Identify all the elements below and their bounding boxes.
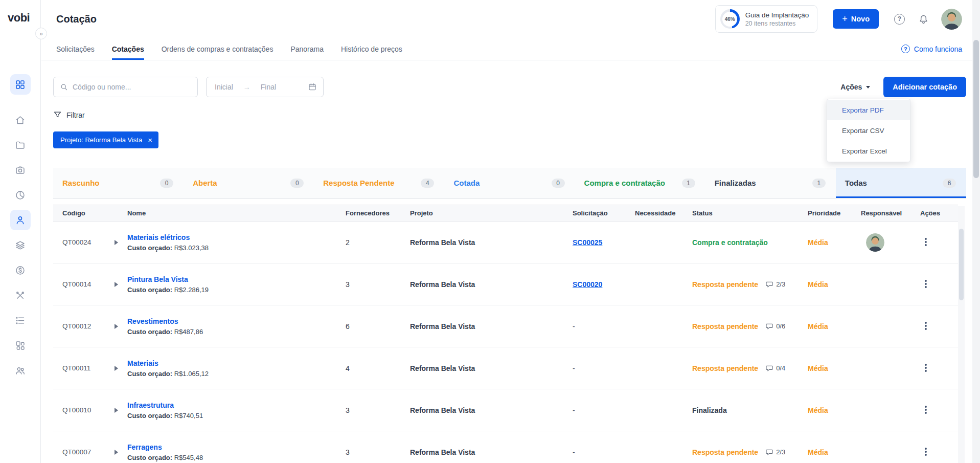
row-fornecedores: 2 <box>334 238 406 247</box>
col-projeto: Projeto <box>406 209 567 217</box>
sidebar-item-projects[interactable] <box>10 135 31 155</box>
status-tab-resposta-pendente[interactable]: Resposta Pendente 4 <box>314 168 444 198</box>
responsible-avatar[interactable] <box>866 233 884 252</box>
quotation-name-link[interactable]: Pintura Bela Vista <box>127 275 334 283</box>
brand-logo: vobi <box>0 0 40 25</box>
expand-row-icon[interactable] <box>115 282 118 287</box>
expand-row-icon[interactable] <box>115 408 118 413</box>
sidebar-item-team[interactable] <box>10 360 31 381</box>
table-scrollbar-thumb[interactable] <box>959 229 964 300</box>
funnel-icon <box>53 111 62 119</box>
search-input[interactable] <box>73 83 191 91</box>
expand-row-icon[interactable] <box>115 240 118 245</box>
row-fornecedores: 3 <box>334 280 406 289</box>
status-tab-label: Compra e contratação <box>584 179 665 187</box>
row-actions-menu-icon[interactable] <box>920 278 931 290</box>
status-badge: Resposta pendente <box>692 280 758 289</box>
table-scrollbar[interactable] <box>958 206 965 463</box>
guide-texts: Guia de Implantação 20 itens restantes <box>745 11 809 27</box>
row-projeto: Reforma Bela Vista <box>406 364 567 372</box>
status-tab-finalizadas[interactable]: Finalizadas 1 <box>705 168 836 198</box>
row-actions-menu-icon[interactable] <box>920 446 931 458</box>
quotation-name-link[interactable]: Ferragens <box>127 443 334 451</box>
quotation-name-link[interactable]: Materiais <box>127 359 334 367</box>
tab-historico[interactable]: Histórico de preços <box>341 38 402 60</box>
remove-chip-icon[interactable]: × <box>148 136 152 144</box>
sidebar-item-stock[interactable] <box>10 235 31 255</box>
bell-icon[interactable] <box>918 14 929 25</box>
how-it-works-link[interactable]: ? Como funciona <box>901 38 962 60</box>
status-badge: Compra e contratação <box>692 238 768 247</box>
quotation-name-link[interactable]: Revestimentos <box>127 317 334 325</box>
window-scrollbar-thumb[interactable] <box>973 40 979 178</box>
chat-counter[interactable]: 0/6 <box>765 322 785 330</box>
priority-badge: Média <box>802 406 846 414</box>
chat-counter[interactable]: 0/4 <box>765 364 785 372</box>
table-row[interactable]: QT00010 Infraestrutura Custo orçado: R$7… <box>53 389 958 431</box>
row-actions-menu-icon[interactable] <box>920 320 931 332</box>
expand-row-icon[interactable] <box>115 366 118 371</box>
filter-button[interactable]: Filtrar <box>53 111 85 119</box>
expand-row-icon[interactable] <box>115 324 118 329</box>
sidebar-item-home[interactable] <box>10 109 31 130</box>
tab-ordens[interactable]: Ordens de compras e contratações <box>162 38 274 60</box>
new-button[interactable]: + Novo <box>833 9 879 29</box>
chat-bubble-icon <box>765 322 773 330</box>
status-tab-label: Cotada <box>453 179 480 187</box>
add-quotation-button[interactable]: Adicionar cotação <box>883 77 966 97</box>
solicitation-link[interactable]: SC00025 <box>573 238 602 247</box>
row-projeto: Reforma Bela Vista <box>406 406 567 414</box>
menu-item-export-pdf[interactable]: Exportar PDF <box>827 100 910 120</box>
tab-solicitacoes[interactable]: Solicitações <box>56 38 95 60</box>
table-row[interactable]: QT00012 Revestimentos Custo orçado: R$48… <box>53 305 958 347</box>
status-tab-aberta[interactable]: Aberta 0 <box>184 168 314 198</box>
table-row[interactable]: QT00007 Ferragens Custo orçado: R$545,48… <box>53 431 958 463</box>
col-necessidade: Necessidade <box>628 209 687 217</box>
page-header: Cotação 46% Guia de Implantação 20 itens… <box>41 0 980 38</box>
status-tab-todas[interactable]: Todas 6 <box>836 168 966 198</box>
cost-label: Custo orçado: <box>127 454 172 461</box>
tab-cotacoes[interactable]: Cotações <box>112 38 144 60</box>
col-status: Status <box>687 209 802 217</box>
actions-menu: Exportar PDF Exportar CSV Exportar Excel <box>827 99 910 162</box>
quotation-name-link[interactable]: Infraestrutura <box>127 401 334 409</box>
table-row[interactable]: QT00024 Materiais elétricos Custo orçado… <box>53 222 958 263</box>
date-range-input[interactable]: Inicial → Final <box>206 77 324 97</box>
sidebar-item-finance[interactable] <box>10 260 31 280</box>
table-row[interactable]: QT00014 Pintura Bela Vista Custo orçado:… <box>53 263 958 305</box>
sidebar-collapse-button[interactable]: » <box>35 28 47 39</box>
table-row[interactable]: QT00011 Materiais Custo orçado: R$1.065,… <box>53 347 958 389</box>
window-scrollbar[interactable] <box>972 0 980 463</box>
sidebar-item-tools[interactable] <box>10 285 31 305</box>
menu-item-export-csv[interactable]: Exportar CSV <box>827 120 910 141</box>
col-fornecedores: Fornecedores <box>334 209 406 217</box>
status-tab-rascunho[interactable]: Rascunho 0 <box>53 168 184 198</box>
status-tab-compra-contratacao[interactable]: Compra e contratação 1 <box>575 168 705 198</box>
sidebar-item-media[interactable] <box>10 160 31 180</box>
filter-chip-project[interactable]: Projeto: Reforma Bela Vista × <box>53 131 158 148</box>
menu-item-export-excel[interactable]: Exportar Excel <box>827 141 910 161</box>
status-tab-label: Finalizadas <box>715 179 756 187</box>
actions-dropdown-trigger[interactable]: Ações <box>840 83 870 91</box>
help-icon[interactable]: ? <box>894 14 905 25</box>
chat-counter[interactable]: 2/3 <box>765 448 785 456</box>
sidebar-item-tasks[interactable] <box>10 310 31 330</box>
chat-counter[interactable]: 2/3 <box>765 280 785 289</box>
quotation-name-link[interactable]: Materiais elétricos <box>127 233 334 241</box>
expand-row-icon[interactable] <box>115 450 118 455</box>
sidebar-item-workspace[interactable] <box>10 74 31 95</box>
sidebar-item-reports[interactable] <box>10 185 31 205</box>
implementation-guide-card[interactable]: 46% Guia de Implantação 20 itens restant… <box>715 5 818 33</box>
row-actions-menu-icon[interactable] <box>920 236 931 248</box>
avatar[interactable] <box>941 9 962 30</box>
sidebar-item-apps[interactable] <box>10 335 31 356</box>
row-actions-menu-icon[interactable] <box>920 362 931 374</box>
solicitation-link[interactable]: SC00020 <box>573 280 602 289</box>
tab-panorama[interactable]: Panorama <box>290 38 324 60</box>
sidebar-item-quotations[interactable] <box>10 210 31 230</box>
filter-chip-label: Projeto: Reforma Bela Vista <box>60 136 142 144</box>
row-projeto: Reforma Bela Vista <box>406 280 567 289</box>
status-tab-cotada[interactable]: Cotada 0 <box>444 168 575 198</box>
camera-icon <box>15 165 26 175</box>
row-actions-menu-icon[interactable] <box>920 404 931 416</box>
